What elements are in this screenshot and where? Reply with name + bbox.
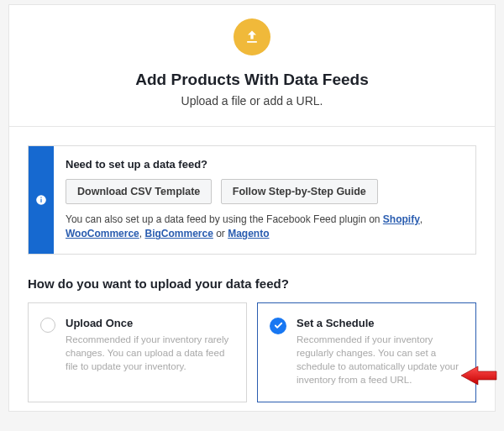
upload-question: How do you want to upload your data feed… (28, 276, 476, 291)
download-csv-button[interactable]: Download CSV Template (66, 179, 212, 204)
follow-guide-button[interactable]: Follow Step-by-Step Guide (221, 179, 378, 204)
set-schedule-desc: Recommended if your inventory regularly … (297, 333, 464, 386)
upload-icon (244, 29, 260, 45)
set-schedule-title: Set a Schedule (297, 317, 464, 329)
upload-once-desc: Recommended if your inventory rarely cha… (66, 333, 234, 373)
info-title: Need to set up a data feed? (66, 158, 462, 171)
bigcommerce-link[interactable]: BigCommerce (144, 228, 213, 239)
page-subtitle: Upload a file or add a URL. (26, 94, 478, 108)
info-stripe (29, 146, 54, 254)
info-icon (35, 194, 47, 206)
radio-unchecked-icon (40, 318, 55, 333)
radio-checked-icon (270, 318, 286, 334)
shopify-link[interactable]: Shopify (383, 213, 420, 225)
info-card: Need to set up a data feed? Download CSV… (28, 145, 476, 255)
upload-once-option[interactable]: Upload Once Recommended if your inventor… (28, 302, 247, 402)
info-description: You can also set up a data feed by using… (66, 213, 462, 242)
svg-rect-2 (40, 197, 41, 197)
upload-icon-badge (234, 18, 270, 55)
set-schedule-option[interactable]: Set a Schedule Recommended if your inven… (257, 302, 476, 402)
magento-link[interactable]: Magento (228, 228, 269, 239)
upload-once-title: Upload Once (66, 317, 234, 329)
woocommerce-link[interactable]: WooCommerce (66, 228, 139, 239)
svg-rect-1 (40, 199, 41, 202)
page-title: Add Products With Data Feeds (26, 71, 478, 89)
info-desc-prefix: You can also set up a data feed by using… (66, 213, 383, 225)
